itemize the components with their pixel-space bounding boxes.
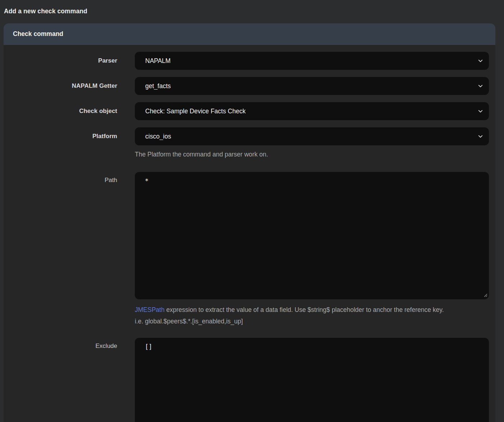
form-row-parser: Parser NAPALM [4, 52, 489, 70]
jmespath-link[interactable]: JMESPath [135, 306, 165, 313]
napalm-getter-label: NAPALM Getter [4, 82, 135, 90]
form-row-path: Path * [4, 172, 489, 299]
check-object-select[interactable]: Check: Sample Device Facts Check [135, 102, 489, 120]
page-title: Add a new check command [0, 0, 504, 23]
path-label: Path [4, 172, 135, 184]
path-textarea[interactable]: * [135, 172, 489, 299]
check-command-panel: Check command Parser NAPALM NAPALM Gette… [4, 23, 495, 422]
path-help-text: JMESPath expression to extract the value… [135, 304, 489, 327]
resize-grip-icon[interactable] [483, 293, 487, 297]
exclude-textarea[interactable]: [] [135, 338, 489, 422]
path-help-line1: expression to extract the value of a dat… [165, 306, 444, 313]
panel-header: Check command [4, 23, 495, 45]
platform-help-text: The Platform the command and parser work… [135, 150, 489, 159]
exclude-label: Exclude [4, 338, 135, 350]
check-object-label: Check object [4, 108, 135, 115]
platform-select[interactable]: cisco_ios [135, 127, 489, 145]
parser-label: Parser [4, 57, 135, 64]
panel-title: Check command [13, 30, 63, 37]
form-row-exclude: Exclude [] [4, 338, 489, 422]
form-row-napalm-getter: NAPALM Getter get_facts [4, 77, 489, 95]
form-row-platform: Platform cisco_ios [4, 127, 489, 145]
panel-body: Parser NAPALM NAPALM Getter get_facts [4, 45, 495, 422]
platform-label: Platform [4, 133, 135, 140]
form-row-check-object: Check object Check: Sample Device Facts … [4, 102, 489, 120]
napalm-getter-select[interactable]: get_facts [135, 77, 489, 95]
path-help-example: i.e. global.$peers$.*.[is_enabled,is_up] [135, 318, 243, 325]
parser-select[interactable]: NAPALM [135, 52, 489, 70]
